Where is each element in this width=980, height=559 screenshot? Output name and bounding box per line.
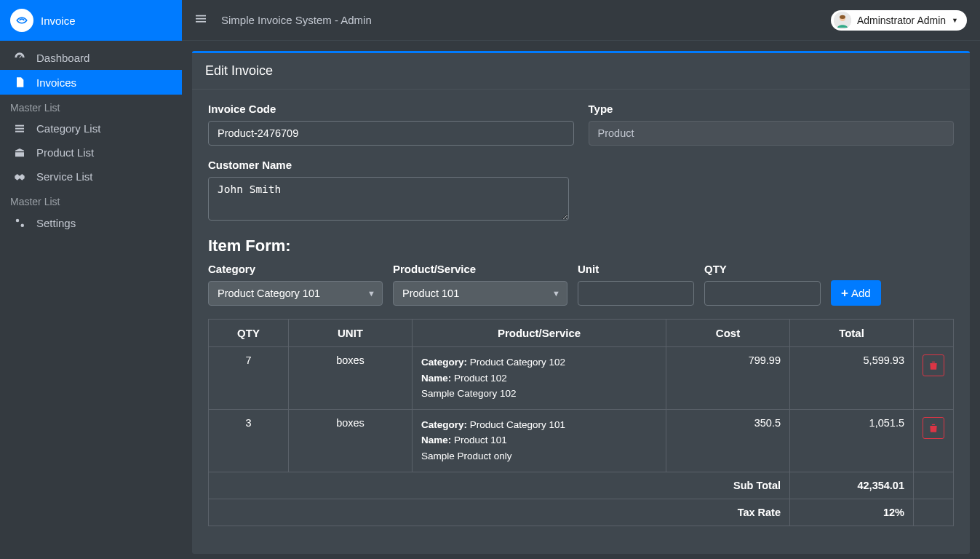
sidebar: Invoice Dashboard Invoices Master List	[0, 0, 182, 559]
topbar: Simple Invoice System - Admin Adminstrat…	[182, 0, 980, 41]
table-row: 7boxesCategory: Product Category 102Name…	[209, 347, 954, 410]
brand[interactable]: Invoice	[0, 0, 182, 41]
product-label: Product/Service	[393, 263, 567, 275]
add-button-label: Add	[851, 287, 871, 299]
sidebar-item-settings[interactable]: Settings	[0, 210, 182, 235]
taxrate-value: 12%	[790, 499, 914, 526]
sidebar-item-dashboard[interactable]: Dashboard	[0, 45, 182, 70]
sidebar-item-category-list[interactable]: Category List	[0, 116, 182, 140]
sidebar-item-label: Product List	[36, 146, 94, 159]
cell-unit: boxes	[289, 347, 413, 410]
taxrate-label: Tax Rate	[209, 499, 790, 526]
main: Simple Invoice System - Admin Adminstrat…	[182, 0, 980, 559]
nav-section-master-list-2: Master List	[0, 189, 182, 210]
brand-logo-icon	[10, 9, 33, 32]
sidebar-item-invoices[interactable]: Invoices	[0, 70, 182, 95]
col-product: Product/Service	[413, 320, 666, 347]
page-title: Edit Invoice	[192, 53, 970, 90]
unit-input[interactable]	[578, 281, 694, 306]
caret-down-icon: ▼	[952, 17, 958, 24]
col-qty: QTY	[209, 320, 289, 347]
category-label: Category	[208, 263, 383, 275]
sidebar-item-label: Category List	[36, 122, 100, 135]
svg-rect-2	[15, 130, 24, 132]
trash-icon	[928, 423, 939, 433]
topbar-title: Simple Invoice System - Admin	[221, 14, 372, 26]
cell-cost: 799.99	[666, 347, 790, 410]
avatar-icon	[834, 12, 851, 29]
nav-section-master-list-1: Master List	[0, 95, 182, 116]
product-select[interactable]: Product 101	[393, 281, 567, 306]
file-icon	[12, 76, 28, 89]
cell-cost: 350.5	[666, 409, 790, 472]
item-form-title: Item Form:	[208, 237, 954, 255]
cell-unit: boxes	[289, 409, 413, 472]
type-input	[589, 121, 955, 146]
nav: Dashboard Invoices Master List Category …	[0, 41, 182, 235]
items-table: QTY UNIT Product/Service Cost Total 7box…	[208, 319, 954, 526]
sidebar-item-label: Dashboard	[36, 52, 89, 64]
user-menu[interactable]: Adminstrator Admin ▼	[831, 10, 967, 31]
subtotal-value: 42,354.01	[790, 472, 914, 499]
user-name: Adminstrator Admin	[857, 15, 946, 26]
cell-total: 5,599.93	[790, 347, 914, 410]
gauge-icon	[12, 51, 28, 64]
cell-qty: 3	[209, 409, 289, 472]
handshake-icon	[12, 171, 28, 183]
svg-rect-1	[15, 127, 24, 129]
list-icon	[12, 123, 28, 135]
svg-point-4	[21, 224, 25, 228]
unit-label: Unit	[578, 263, 694, 275]
sidebar-item-label: Invoices	[36, 76, 76, 89]
trash-icon	[928, 360, 939, 370]
svg-rect-5	[196, 15, 206, 17]
col-unit: UNIT	[289, 320, 413, 347]
invoice-code-label: Invoice Code	[208, 103, 574, 115]
edit-invoice-card: Edit Invoice Invoice Code Type	[192, 51, 970, 554]
brand-title: Invoice	[41, 15, 76, 27]
sidebar-item-service-list[interactable]: Service List	[0, 164, 182, 189]
cell-product: Category: Product Category 101Name: Prod…	[413, 409, 666, 472]
plus-icon: +	[841, 287, 848, 299]
qty-label: QTY	[704, 263, 821, 275]
gears-icon	[12, 216, 28, 229]
sidebar-item-product-list[interactable]: Product List	[0, 140, 182, 164]
qty-input[interactable]	[704, 281, 821, 306]
svg-rect-7	[196, 21, 206, 23]
svg-rect-0	[15, 124, 24, 126]
svg-rect-6	[196, 18, 206, 20]
box-icon	[12, 147, 28, 159]
subtotal-label: Sub Total	[209, 472, 790, 499]
cell-qty: 7	[209, 347, 289, 410]
delete-row-button[interactable]	[923, 354, 944, 376]
category-select[interactable]: Product Category 101	[208, 281, 383, 306]
sidebar-item-label: Service List	[36, 170, 93, 183]
customer-name-input[interactable]: John Smith	[208, 177, 569, 221]
col-total: Total	[790, 320, 914, 347]
sidebar-item-label: Settings	[36, 217, 76, 229]
add-button[interactable]: + Add	[831, 280, 881, 306]
customer-name-label: Customer Name	[208, 159, 569, 171]
type-label: Type	[589, 103, 955, 115]
table-row: 3boxesCategory: Product Category 101Name…	[209, 409, 954, 472]
delete-row-button[interactable]	[923, 417, 944, 439]
cell-total: 1,051.5	[790, 409, 914, 472]
invoice-code-input[interactable]	[208, 121, 574, 146]
menu-toggle-icon[interactable]	[195, 14, 207, 26]
col-cost: Cost	[666, 320, 790, 347]
svg-point-3	[16, 219, 20, 223]
cell-product: Category: Product Category 102Name: Prod…	[413, 347, 666, 410]
